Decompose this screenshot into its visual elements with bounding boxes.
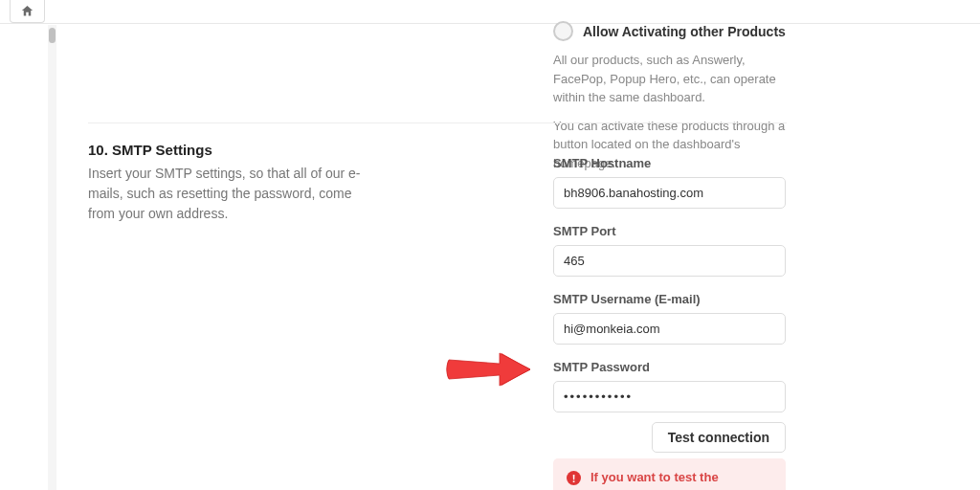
- smtp-section-desc: Insert your SMTP settings, so that all o…: [88, 164, 377, 224]
- alert-text: If you want to test the connection, plea…: [590, 469, 772, 490]
- smtp-username-input[interactable]: [553, 313, 786, 345]
- smtp-port-label: SMTP Port: [553, 224, 786, 238]
- section-divider: [88, 122, 787, 123]
- smtp-username-label: SMTP Username (E-mail): [553, 292, 786, 306]
- scrollbar[interactable]: [48, 25, 56, 490]
- smtp-port-input[interactable]: [553, 245, 786, 277]
- test-connection-button[interactable]: Test connection: [652, 422, 786, 453]
- allow-activating-label: Allow Activating other Products: [583, 24, 786, 39]
- allow-activating-toggle[interactable]: [553, 21, 573, 41]
- alert-icon: [567, 471, 581, 485]
- smtp-section-title: 10. SMTP Settings: [88, 142, 377, 158]
- home-icon: [20, 4, 34, 18]
- alert-box: If you want to test the connection, plea…: [553, 458, 786, 490]
- smtp-password-label: SMTP Password: [553, 360, 786, 374]
- scrollbar-thumb[interactable]: [49, 28, 56, 43]
- allow-activating-desc-1: All our products, such as Answerly, Face…: [553, 51, 786, 107]
- smtp-hostname-input[interactable]: [553, 177, 786, 209]
- pointer-arrow: [444, 347, 532, 391]
- smtp-hostname-label: SMTP Hostname: [553, 156, 786, 170]
- header-divider: [0, 23, 980, 24]
- allow-activating-row: Allow Activating other Products: [553, 21, 786, 41]
- home-button[interactable]: [10, 0, 45, 23]
- smtp-password-input[interactable]: [553, 381, 786, 412]
